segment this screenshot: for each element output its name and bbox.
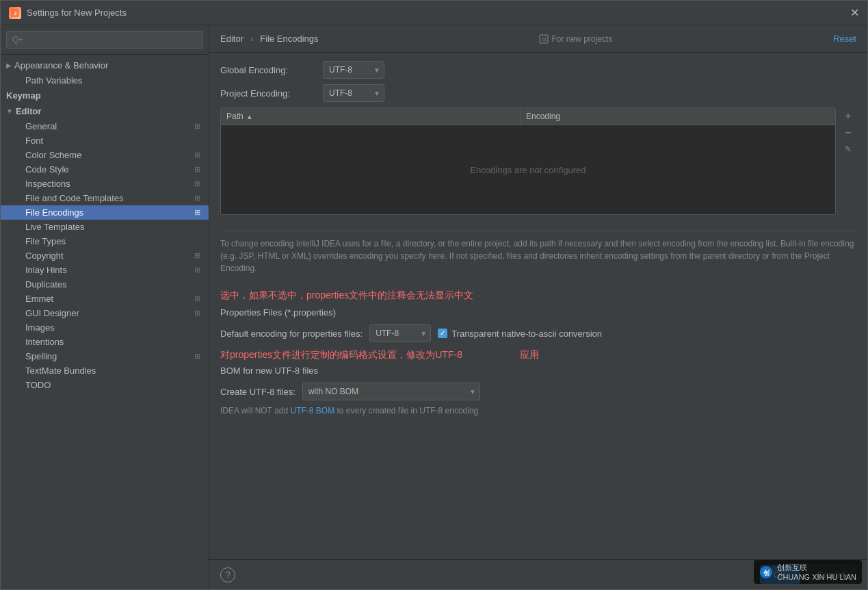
copy-icon-cr: ⊞ xyxy=(194,251,200,260)
copy-icon-codestyle: ⊞ xyxy=(194,165,200,174)
sidebar-item-file-encodings[interactable]: File Encodings ⊞ xyxy=(1,205,209,220)
annotation-bottom-text: 对properties文件进行定制的编码格式设置，修改为UTF-8 xyxy=(220,349,462,360)
sidebar-item-file-code-templates[interactable]: File and Code Templates ⊞ xyxy=(1,191,209,205)
properties-section-title: Properties Files (*.properties) xyxy=(220,307,856,318)
props-encoding-select-wrapper: UTF-8 ▼ xyxy=(369,324,431,342)
sidebar-item-file-types[interactable]: File Types xyxy=(1,234,209,248)
properties-section: Properties Files (*.properties) Default … xyxy=(220,307,856,342)
sidebar-label-copyright: Copyright xyxy=(25,251,64,261)
copy-icon-ih: ⊞ xyxy=(194,266,200,274)
create-utf8-label: Create UTF-8 files: xyxy=(220,387,295,397)
sidebar-label-file-types: File Types xyxy=(25,236,66,246)
sidebar-item-keymap[interactable]: Keymap xyxy=(1,88,209,103)
bom-section-title: BOM for new UTF-8 files xyxy=(220,365,856,376)
sidebar: ▶ Appearance & Behavior Path Variables K… xyxy=(1,25,209,589)
sidebar-label-code-style: Code Style xyxy=(25,164,69,175)
copy-icon-em: ⊞ xyxy=(194,294,200,303)
add-row-button[interactable]: + xyxy=(840,109,856,124)
bom-note: IDEA will NOT add UTF-8 BOM to every cre… xyxy=(220,406,856,415)
sidebar-label-inspections: Inspections xyxy=(25,179,70,189)
copy-icon-gui: ⊞ xyxy=(194,309,200,318)
project-encoding-label: Project Encoding: xyxy=(220,88,316,99)
path-encoding-table-area: Path ▲ Encoding Encodings are not config… xyxy=(220,107,856,223)
annotation-top-area: 选中，如果不选中，properties文件中的注释会无法显示中文 xyxy=(220,290,856,302)
sidebar-item-emmet[interactable]: Emmet ⊞ xyxy=(1,292,209,306)
copy-icon-cs: ⊞ xyxy=(194,151,200,159)
sidebar-item-gui-designer[interactable]: GUI Designer ⊞ xyxy=(1,306,209,320)
bom-row: Create UTF-8 files: with NO BOM with BOM… xyxy=(220,383,856,400)
for-new-projects-text: For new projects xyxy=(551,34,612,44)
watermark-text: 创新互联CHUANG XIN HU LIAN xyxy=(777,563,856,581)
sidebar-item-intentions[interactable]: Intentions xyxy=(1,335,209,349)
sidebar-label-inlay-hints: Inlay Hints xyxy=(25,265,67,275)
sidebar-label-live-templates: Live Templates xyxy=(25,222,84,232)
table-col-encoding[interactable]: Encoding xyxy=(521,108,835,125)
project-encoding-select[interactable]: UTF-8 xyxy=(323,84,384,102)
close-button[interactable]: ✕ xyxy=(850,8,859,18)
encoding-description: To change encoding IntelliJ IDEA uses fo… xyxy=(220,231,856,280)
app-icon: J xyxy=(9,7,21,19)
table-header: Path ▲ Encoding xyxy=(221,108,835,125)
table-col-path[interactable]: Path ▲ xyxy=(221,108,521,125)
global-encoding-row: Global Encoding: UTF-8 ▼ xyxy=(220,61,856,79)
svg-text:创: 创 xyxy=(763,569,770,576)
breadcrumb-current: File Encodings xyxy=(260,34,318,44)
project-encoding-row: Project Encoding: UTF-8 ▼ xyxy=(220,84,856,102)
bom-select[interactable]: with NO BOM with BOM xyxy=(302,383,480,400)
sidebar-label-intentions: Intentions xyxy=(25,337,64,347)
sidebar-label-file-code-templates: File and Code Templates xyxy=(25,193,124,203)
help-button[interactable]: ? xyxy=(220,567,235,582)
table-toolbar: + − ✎ xyxy=(840,107,856,223)
svg-text:⊡: ⊡ xyxy=(542,36,547,42)
sidebar-item-editor[interactable]: ▼ Editor xyxy=(1,103,209,119)
path-encoding-table: Path ▲ Encoding Encodings are not config… xyxy=(220,107,836,215)
search-box xyxy=(1,25,209,55)
global-encoding-select[interactable]: UTF-8 xyxy=(323,61,384,79)
sidebar-label-keymap: Keymap xyxy=(6,90,41,101)
bom-note-text: IDEA will NOT add xyxy=(220,406,290,415)
sidebar-label-general: General xyxy=(25,121,57,131)
table-empty-message: Encodings are not configured xyxy=(470,165,586,175)
annotation-apply-text: 应用 xyxy=(520,349,539,360)
copy-icon-insp: ⊞ xyxy=(194,179,200,188)
edit-row-button[interactable]: ✎ xyxy=(840,142,856,157)
bom-select-wrapper: with NO BOM with BOM ▼ xyxy=(302,383,480,400)
expand-arrow-editor-icon: ▼ xyxy=(6,107,13,115)
props-encoding-select[interactable]: UTF-8 xyxy=(369,324,431,342)
sidebar-item-live-templates[interactable]: Live Templates xyxy=(1,220,209,234)
sidebar-item-todo[interactable]: TODO xyxy=(1,378,209,392)
search-input[interactable] xyxy=(6,31,203,49)
sidebar-label-textmate-bundles: TextMate Bundles xyxy=(25,365,96,376)
checkbox-check-icon: ✓ xyxy=(440,330,445,337)
copy-icon-sp: ⊞ xyxy=(194,352,200,361)
sidebar-item-textmate-bundles[interactable]: TextMate Bundles xyxy=(1,363,209,378)
sidebar-item-path-variables[interactable]: Path Variables xyxy=(1,73,209,88)
sidebar-item-color-scheme[interactable]: Color Scheme ⊞ xyxy=(1,148,209,162)
annotation-top-text: 选中，如果不选中，properties文件中的注释会无法显示中文 xyxy=(220,290,473,300)
sidebar-label-images: Images xyxy=(25,322,55,333)
table-body: Encodings are not configured xyxy=(221,125,835,214)
sidebar-item-appearance-behavior[interactable]: ▶ Appearance & Behavior xyxy=(1,57,209,73)
sidebar-item-inlay-hints[interactable]: Inlay Hints ⊞ xyxy=(1,263,209,277)
sidebar-item-code-style[interactable]: Code Style ⊞ xyxy=(1,162,209,177)
expand-arrow-icon: ▶ xyxy=(6,62,12,69)
transparent-checkbox-wrapper: ✓ Transparent native-to-ascii conversion xyxy=(438,329,602,339)
sidebar-item-duplicates[interactable]: Duplicates xyxy=(1,277,209,292)
sidebar-item-images[interactable]: Images xyxy=(1,320,209,335)
sidebar-item-inspections[interactable]: Inspections ⊞ xyxy=(1,177,209,191)
transparent-label: Transparent native-to-ascii conversion xyxy=(451,329,602,339)
sidebar-label-font: Font xyxy=(25,136,43,146)
remove-row-button[interactable]: − xyxy=(840,125,856,140)
copy-icon-fct: ⊞ xyxy=(194,194,200,203)
main-panel: Editor › File Encodings ⊡ For new projec… xyxy=(209,25,867,589)
sidebar-item-general[interactable]: General ⊞ xyxy=(1,119,209,133)
sidebar-nav: ▶ Appearance & Behavior Path Variables K… xyxy=(1,55,209,589)
reset-button[interactable]: Reset xyxy=(833,34,856,44)
new-projects-icon: ⊡ xyxy=(539,34,549,44)
watermark-logo-icon: 创 xyxy=(759,565,773,579)
sidebar-item-spelling[interactable]: Spelling ⊞ xyxy=(1,349,209,363)
col-path-label: Path xyxy=(226,112,244,121)
transparent-checkbox[interactable]: ✓ xyxy=(438,329,447,338)
sidebar-item-font[interactable]: Font xyxy=(1,133,209,148)
sidebar-item-copyright[interactable]: Copyright ⊞ xyxy=(1,248,209,263)
